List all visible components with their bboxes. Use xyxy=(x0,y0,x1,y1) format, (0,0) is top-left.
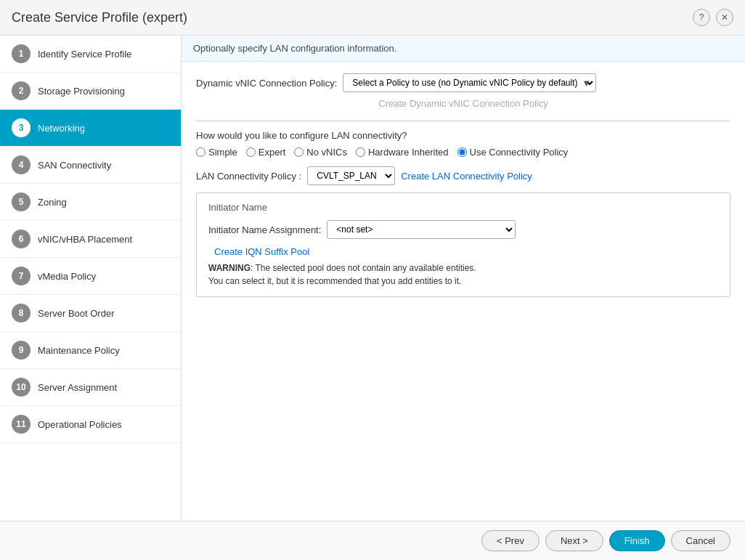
radio-expert-label: Expert xyxy=(258,147,286,158)
sidebar-item-operational[interactable]: 11 Operational Policies xyxy=(0,406,181,443)
initiator-assignment-select[interactable]: <not set> xyxy=(327,220,516,239)
sidebar-label-4: SAN Connectivity xyxy=(38,160,111,171)
create-dynamic-vnic-link[interactable]: Create Dynamic vNIC Connection Policy xyxy=(196,98,730,109)
dynamic-vnic-label: Dynamic vNIC Connection Policy: xyxy=(196,78,337,89)
dialog-body: 1 Identify Service Profile 2 Storage Pro… xyxy=(0,36,745,521)
radio-no-vnics-input[interactable] xyxy=(294,147,304,157)
header-icons: ? ✕ xyxy=(693,9,733,26)
radio-simple-label: Simple xyxy=(208,147,237,158)
sidebar-num-9: 9 xyxy=(12,341,30,360)
lan-policy-select[interactable]: CVLT_SP_LAN xyxy=(307,166,395,185)
sidebar-num-11: 11 xyxy=(12,415,30,434)
sidebar-num-8: 8 xyxy=(12,304,30,322)
initiator-title: Initiator Name xyxy=(208,202,718,213)
sidebar-label-5: Zoning xyxy=(38,197,67,208)
sidebar-label-11: Operational Policies xyxy=(38,419,122,430)
radio-connectivity-label: Use Connectivity Policy xyxy=(470,147,569,158)
prev-button[interactable]: < Prev xyxy=(481,530,540,551)
radio-use-connectivity[interactable]: Use Connectivity Policy xyxy=(457,147,569,158)
cancel-button[interactable]: Cancel xyxy=(671,530,730,551)
sidebar-item-san[interactable]: 4 SAN Connectivity xyxy=(0,147,181,184)
warning-detail2: You can select it, but it is recommended… xyxy=(208,276,461,286)
sidebar-label-3: Networking xyxy=(38,123,85,134)
radio-hardware-inherited[interactable]: Hardware Inherited xyxy=(356,147,449,158)
dialog-title: Create Service Profile (expert) xyxy=(12,10,187,25)
sidebar-num-4: 4 xyxy=(12,155,30,174)
sidebar-item-maintenance[interactable]: 9 Maintenance Policy xyxy=(0,332,181,369)
dynamic-vnic-row: Dynamic vNIC Connection Policy: Select a… xyxy=(196,73,730,92)
help-button[interactable]: ? xyxy=(693,9,710,26)
sidebar-item-zoning[interactable]: 5 Zoning xyxy=(0,184,181,221)
info-text: Optionally specify LAN configuration inf… xyxy=(193,43,396,54)
sidebar-num-2: 2 xyxy=(12,81,30,100)
sidebar-num-5: 5 xyxy=(12,192,30,211)
sidebar-item-networking[interactable]: 3 Networking xyxy=(0,110,181,147)
sidebar-num-1: 1 xyxy=(12,44,30,63)
initiator-assignment-row: Initiator Name Assignment: <not set> xyxy=(208,220,718,239)
sidebar-item-boot[interactable]: 8 Server Boot Order xyxy=(0,295,181,332)
radio-hardware-input[interactable] xyxy=(356,147,365,157)
create-service-profile-dialog: Create Service Profile (expert) ? ✕ 1 Id… xyxy=(0,0,745,560)
divider-1 xyxy=(196,121,730,121)
sidebar-label-10: Server Assignment xyxy=(38,382,117,393)
sidebar-num-7: 7 xyxy=(12,267,30,285)
sidebar-num-10: 10 xyxy=(12,378,30,397)
close-button[interactable]: ✕ xyxy=(716,9,733,26)
sidebar-label-9: Maintenance Policy xyxy=(38,345,120,356)
sidebar-label-6: vNIC/vHBA Placement xyxy=(38,234,132,245)
create-lan-connectivity-link[interactable]: Create LAN Connectivity Policy xyxy=(401,171,532,182)
sidebar-item-server-assignment[interactable]: 10 Server Assignment xyxy=(0,369,181,406)
radio-expert-input[interactable] xyxy=(246,147,256,157)
info-bar: Optionally specify LAN configuration inf… xyxy=(182,36,745,62)
initiator-assignment-label: Initiator Name Assignment: xyxy=(208,224,321,235)
warning-text: WARNING: The selected pool does not cont… xyxy=(208,261,718,288)
content-area: Dynamic vNIC Connection Policy: Select a… xyxy=(182,62,745,521)
sidebar-label-1: Identify Service Profile xyxy=(38,49,131,60)
radio-simple[interactable]: Simple xyxy=(196,147,237,158)
radio-connectivity-input[interactable] xyxy=(457,147,467,157)
initiator-section: Initiator Name Initiator Name Assignment… xyxy=(196,192,730,297)
sidebar-label-8: Server Boot Order xyxy=(38,308,115,319)
warning-detail: : The selected pool does not contain any… xyxy=(251,263,476,273)
dialog-header: Create Service Profile (expert) ? ✕ xyxy=(0,0,745,36)
radio-expert[interactable]: Expert xyxy=(246,147,286,158)
main-content: Optionally specify LAN configuration inf… xyxy=(182,36,745,521)
connectivity-radio-group: Simple Expert No vNICs Hardware Inherite… xyxy=(196,147,730,158)
warning-bold: WARNING xyxy=(208,263,251,273)
sidebar-num-6: 6 xyxy=(12,230,30,248)
lan-policy-row: LAN Connectivity Policy : CVLT_SP_LAN Cr… xyxy=(196,166,730,185)
radio-no-vnics-label: No vNICs xyxy=(306,147,347,158)
sidebar-label-7: vMedia Policy xyxy=(38,271,96,282)
next-button[interactable]: Next > xyxy=(545,530,603,551)
sidebar-label-2: Storage Provisioning xyxy=(38,86,125,97)
how-configure-label: How would you like to configure LAN conn… xyxy=(196,130,730,141)
sidebar-item-identify[interactable]: 1 Identify Service Profile xyxy=(0,36,181,73)
sidebar: 1 Identify Service Profile 2 Storage Pro… xyxy=(0,36,182,521)
sidebar-item-vnic-placement[interactable]: 6 vNIC/vHBA Placement xyxy=(0,221,181,258)
finish-button[interactable]: Finish xyxy=(609,530,665,551)
radio-simple-input[interactable] xyxy=(196,147,205,157)
sidebar-item-storage[interactable]: 2 Storage Provisioning xyxy=(0,73,181,110)
radio-hardware-label: Hardware Inherited xyxy=(368,147,449,158)
sidebar-num-3: 3 xyxy=(12,118,30,137)
create-iqn-suffix-link[interactable]: Create IQN Suffix Pool xyxy=(214,246,309,257)
lan-policy-label: LAN Connectivity Policy : xyxy=(196,171,301,182)
dialog-footer: < Prev Next > Finish Cancel xyxy=(0,521,745,560)
radio-no-vnics[interactable]: No vNICs xyxy=(294,147,347,158)
sidebar-item-vmedia[interactable]: 7 vMedia Policy xyxy=(0,258,181,295)
dynamic-vnic-select[interactable]: Select a Policy to use (no Dynamic vNIC … xyxy=(343,73,596,92)
